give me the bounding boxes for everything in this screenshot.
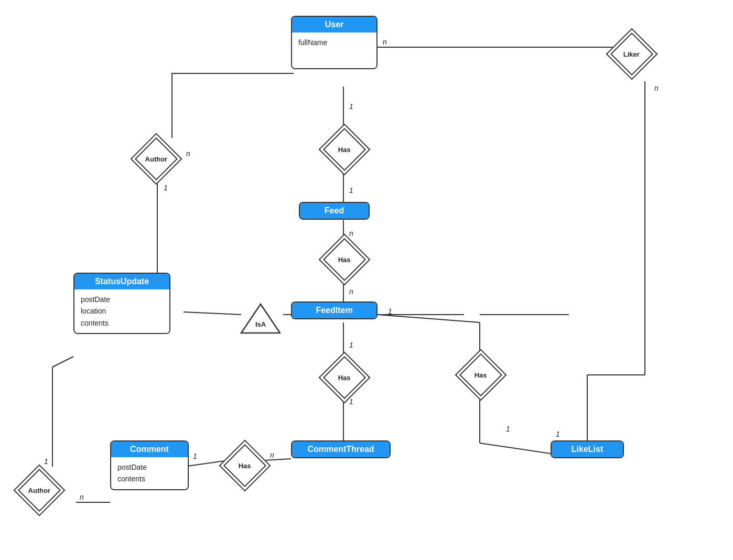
diamond-has4-label: Has bbox=[475, 371, 487, 379]
entity-user-attr-0: fullName bbox=[298, 37, 370, 48]
entity-likelist: LikeList bbox=[551, 440, 624, 458]
entity-feeditem: FeedItem bbox=[291, 301, 378, 319]
isa-triangle-svg: IsA bbox=[239, 301, 281, 336]
card-feed-has2-n: n bbox=[349, 229, 353, 238]
diamond-has1: Has bbox=[324, 128, 365, 170]
triangle-isa: IsA bbox=[239, 301, 281, 338]
diamond-has4: Has bbox=[460, 354, 502, 396]
entity-comment-header: Comment bbox=[111, 441, 188, 457]
card-comment-has5-1: 1 bbox=[193, 452, 197, 460]
entity-comment-attr-1: contents bbox=[117, 473, 181, 484]
entity-commentthread: CommentThread bbox=[291, 440, 391, 458]
diamond-has2: Has bbox=[324, 239, 365, 281]
entity-likelist-name: LikeList bbox=[572, 445, 603, 454]
diamond-has3: Has bbox=[324, 357, 365, 399]
diamond-author2-label: Author bbox=[28, 486, 51, 494]
diamond-has2-label: Has bbox=[338, 255, 351, 263]
entity-statusupdate-body: postDate location contents bbox=[74, 289, 169, 333]
entity-statusupdate: StatusUpdate postDate location contents bbox=[73, 273, 170, 334]
diamond-has3-label: Has bbox=[338, 373, 351, 381]
entity-commentthread-name: CommentThread bbox=[307, 445, 374, 454]
card-user-has1-1: 1 bbox=[349, 102, 353, 111]
card-has2-feeditem-n: n bbox=[349, 287, 353, 296]
entity-statusupdate-header: StatusUpdate bbox=[74, 274, 169, 289]
diamond-has1-label: Has bbox=[338, 145, 351, 153]
entity-feeditem-header: FeedItem bbox=[292, 303, 376, 318]
entity-user-body: fullName bbox=[292, 33, 376, 68]
entity-user: User fullName bbox=[291, 16, 378, 69]
card-feeditem-has3-1: 1 bbox=[349, 341, 353, 349]
entity-user-name: User bbox=[325, 20, 344, 29]
svg-line-15 bbox=[265, 459, 291, 460]
svg-marker-25 bbox=[241, 304, 280, 333]
entity-statusupdate-name: StatusUpdate bbox=[95, 277, 149, 286]
diamond-has5-label: Has bbox=[239, 461, 251, 469]
card-has1-feed-1: 1 bbox=[349, 186, 353, 195]
entity-likelist-header: LikeList bbox=[552, 441, 623, 457]
entity-comment-body: postDate contents bbox=[111, 457, 188, 489]
entity-statusupdate-attr-1: location bbox=[81, 305, 163, 317]
svg-line-24 bbox=[378, 315, 480, 322]
entity-feed-name: Feed bbox=[325, 206, 344, 215]
entity-commentthread-header: CommentThread bbox=[292, 441, 390, 457]
svg-line-13 bbox=[480, 443, 551, 454]
diamond-liker-label: Liker bbox=[623, 50, 640, 58]
diamond-author1: Author bbox=[133, 135, 180, 182]
er-diagram: User fullName Feed FeedItem StatusUpdate… bbox=[0, 0, 733, 560]
svg-line-21 bbox=[184, 312, 241, 315]
card-has4-ll-1b: 1 bbox=[556, 430, 560, 438]
card-has3-ct-1: 1 bbox=[349, 397, 353, 406]
diamond-author1-label: Author bbox=[145, 155, 168, 163]
card-author2-1: 1 bbox=[44, 457, 48, 466]
card-author2-n: n bbox=[80, 493, 84, 501]
card-user-liker-n: n bbox=[383, 38, 387, 46]
entity-feeditem-name: FeedItem bbox=[316, 306, 352, 315]
card-has5-ct-n: n bbox=[270, 451, 274, 459]
entity-comment: Comment postDate contents bbox=[110, 440, 189, 490]
diamond-liker: Liker bbox=[608, 30, 655, 78]
card-author1-1: 1 bbox=[164, 184, 168, 192]
card-feeditem-has4-1: 1 bbox=[388, 307, 392, 316]
entity-statusupdate-attr-0: postDate bbox=[81, 294, 163, 305]
diamond-has5: Has bbox=[224, 445, 266, 487]
card-has4-ll-1: 1 bbox=[506, 425, 510, 433]
svg-line-20 bbox=[52, 357, 73, 367]
card-liker-n: n bbox=[654, 84, 659, 92]
entity-feed: Feed bbox=[299, 202, 370, 220]
entity-comment-name: Comment bbox=[130, 445, 169, 454]
entity-statusupdate-attr-2: contents bbox=[81, 317, 163, 329]
entity-user-header: User bbox=[292, 17, 376, 33]
svg-text:IsA: IsA bbox=[255, 320, 266, 328]
diamond-author2: Author bbox=[16, 467, 63, 514]
entity-feed-header: Feed bbox=[300, 203, 369, 219]
entity-comment-attr-0: postDate bbox=[117, 461, 181, 473]
card-author1-n: n bbox=[186, 149, 190, 158]
